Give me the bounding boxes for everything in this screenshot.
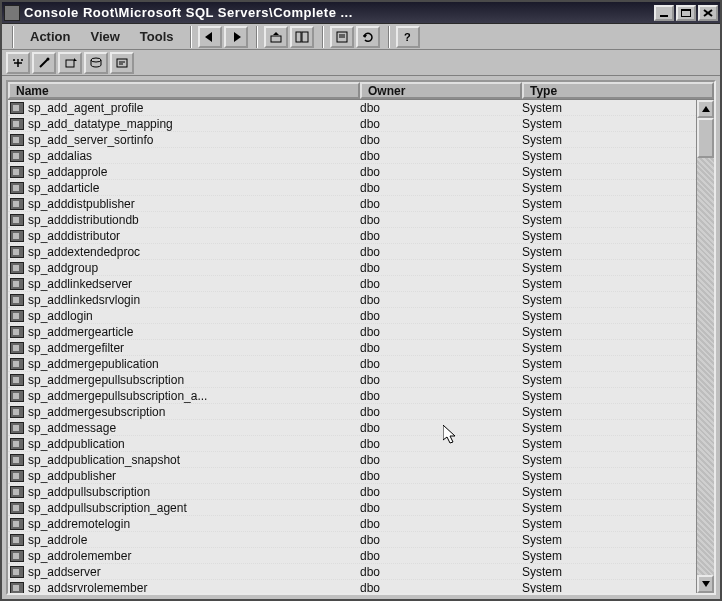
window-title: Console Root\Microsoft SQL Servers\Compl… (24, 5, 654, 20)
cell-type: System (522, 533, 696, 547)
scroll-down-button[interactable] (697, 575, 714, 593)
cell-name: sp_addmergearticle (28, 325, 360, 339)
cell-name: sp_addlogin (28, 309, 360, 323)
refresh-button[interactable] (356, 26, 380, 48)
cell-type: System (522, 245, 696, 259)
table-row[interactable]: sp_addmergepullsubscription_a...dboSyste… (8, 388, 696, 404)
column-header-type[interactable]: Type (522, 82, 714, 99)
cell-owner: dbo (360, 293, 522, 307)
cell-type: System (522, 421, 696, 435)
table-row[interactable]: sp_add_datatype_mappingdboSystem (8, 116, 696, 132)
table-row[interactable]: sp_addmergesubscriptiondboSystem (8, 404, 696, 420)
menu-tools[interactable]: Tools (130, 27, 184, 46)
scrollbar-track[interactable] (697, 118, 714, 575)
menubar: Action View Tools ? (2, 24, 720, 50)
stored-procedure-icon (10, 198, 24, 210)
table-row[interactable]: sp_addpublisherdboSystem (8, 468, 696, 484)
table-row[interactable]: sp_addextendedprocdboSystem (8, 244, 696, 260)
cell-type: System (522, 453, 696, 467)
cell-type: System (522, 565, 696, 579)
table-row[interactable]: sp_addlogindboSystem (8, 308, 696, 324)
table-row[interactable]: sp_addaliasdboSystem (8, 148, 696, 164)
table-row[interactable]: sp_adddistributordboSystem (8, 228, 696, 244)
cell-owner: dbo (360, 485, 522, 499)
cell-name: sp_addmergepublication (28, 357, 360, 371)
database-button[interactable] (84, 52, 108, 74)
table-row[interactable]: sp_addmessagedboSystem (8, 420, 696, 436)
cell-name: sp_addextendedproc (28, 245, 360, 259)
cell-owner: dbo (360, 341, 522, 355)
register-server-button[interactable] (58, 52, 82, 74)
table-row[interactable]: sp_adddistributiondbdboSystem (8, 212, 696, 228)
table-row[interactable]: sp_addpublication_snapshotdboSystem (8, 452, 696, 468)
cell-name: sp_addmessage (28, 421, 360, 435)
help-button[interactable]: ? (396, 26, 420, 48)
table-row[interactable]: sp_addmergefilterdboSystem (8, 340, 696, 356)
cell-owner: dbo (360, 325, 522, 339)
vertical-scrollbar[interactable] (696, 100, 714, 593)
svg-marker-5 (205, 32, 212, 42)
table-row[interactable]: sp_addpublicationdboSystem (8, 436, 696, 452)
table-row[interactable]: sp_add_agent_profiledboSystem (8, 100, 696, 116)
svg-text:?: ? (404, 31, 411, 43)
table-row[interactable]: sp_addremotelogindboSystem (8, 516, 696, 532)
stored-procedure-icon (10, 486, 24, 498)
table-row[interactable]: sp_addsrvrolememberdboSystem (8, 580, 696, 593)
properties-button[interactable] (330, 26, 354, 48)
query-button[interactable] (110, 52, 134, 74)
cell-name: sp_addserver (28, 565, 360, 579)
svg-point-19 (21, 59, 23, 61)
minimize-button[interactable] (654, 5, 674, 21)
cell-owner: dbo (360, 245, 522, 259)
table-row[interactable]: sp_addarticledboSystem (8, 180, 696, 196)
cell-type: System (522, 437, 696, 451)
stored-procedure-icon (10, 278, 24, 290)
scrollbar-thumb[interactable] (697, 118, 714, 158)
stored-procedure-icon (10, 438, 24, 450)
column-header-owner[interactable]: Owner (360, 82, 522, 99)
cell-type: System (522, 469, 696, 483)
cell-type: System (522, 293, 696, 307)
cell-name: sp_addpublisher (28, 469, 360, 483)
forward-button[interactable] (224, 26, 248, 48)
table-row[interactable]: sp_addmergepullsubscriptiondboSystem (8, 372, 696, 388)
table-row[interactable]: sp_addgroupdboSystem (8, 260, 696, 276)
maximize-button[interactable] (676, 5, 696, 21)
titlebar[interactable]: Console Root\Microsoft SQL Servers\Compl… (2, 2, 720, 24)
stored-procedure-icon (10, 326, 24, 338)
scroll-up-button[interactable] (697, 100, 714, 118)
stored-procedure-icon (10, 454, 24, 466)
table-row[interactable]: sp_addlinkedsrvlogindboSystem (8, 292, 696, 308)
new-button[interactable] (6, 52, 30, 74)
table-row[interactable]: sp_addapproledboSystem (8, 164, 696, 180)
system-menu-icon[interactable] (4, 5, 20, 21)
cell-type: System (522, 309, 696, 323)
menu-action[interactable]: Action (20, 27, 80, 46)
cell-owner: dbo (360, 101, 522, 115)
list-body[interactable]: sp_add_agent_profiledboSystemsp_add_data… (8, 100, 696, 593)
column-header-name[interactable]: Name (8, 82, 360, 99)
show-hide-tree-button[interactable] (290, 26, 314, 48)
table-row[interactable]: sp_addserverdboSystem (8, 564, 696, 580)
svg-rect-0 (660, 15, 668, 17)
table-row[interactable]: sp_addmergepublicationdboSystem (8, 356, 696, 372)
stored-procedure-icon (10, 422, 24, 434)
menu-view[interactable]: View (80, 27, 129, 46)
svg-marker-8 (273, 32, 279, 35)
back-button[interactable] (198, 26, 222, 48)
table-row[interactable]: sp_addlinkedserverdboSystem (8, 276, 696, 292)
grip-icon[interactable] (12, 26, 14, 48)
wand-button[interactable] (32, 52, 56, 74)
up-one-level-button[interactable] (264, 26, 288, 48)
table-row[interactable]: sp_addrolememberdboSystem (8, 548, 696, 564)
cell-type: System (522, 357, 696, 371)
table-row[interactable]: sp_addpullsubscriptiondboSystem (8, 484, 696, 500)
table-row[interactable]: sp_addroledboSystem (8, 532, 696, 548)
cell-owner: dbo (360, 133, 522, 147)
table-row[interactable]: sp_adddistpublisherdboSystem (8, 196, 696, 212)
table-row[interactable]: sp_addpullsubscription_agentdboSystem (8, 500, 696, 516)
close-button[interactable] (698, 5, 718, 21)
cell-name: sp_addlinkedsrvlogin (28, 293, 360, 307)
table-row[interactable]: sp_add_server_sortinfodboSystem (8, 132, 696, 148)
table-row[interactable]: sp_addmergearticledboSystem (8, 324, 696, 340)
